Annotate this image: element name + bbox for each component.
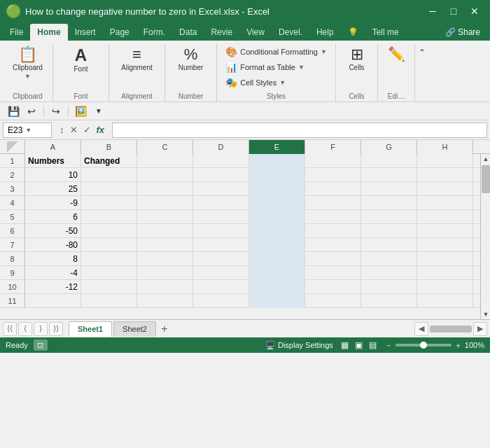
cell-h1[interactable] xyxy=(417,154,473,168)
cell-c1[interactable] xyxy=(137,154,193,168)
cell-e2[interactable] xyxy=(249,168,305,182)
redo-button[interactable]: ↪ xyxy=(48,104,64,119)
zoom-in-button[interactable]: ＋ xyxy=(454,340,462,351)
cell-d11[interactable] xyxy=(193,294,249,308)
cells-button[interactable]: ⊞ Cells xyxy=(343,45,371,74)
cell-h11[interactable] xyxy=(417,294,473,308)
cancel-icon[interactable]: ✕ xyxy=(68,124,80,136)
cell-h2[interactable] xyxy=(417,168,473,182)
conditional-formatting-button[interactable]: 🎨 Conditional Formatting ▼ xyxy=(223,45,330,59)
sheet-nav-prev[interactable]: ⟨ xyxy=(18,322,32,336)
cell-h3[interactable] xyxy=(417,182,473,196)
cell-d7[interactable] xyxy=(193,238,249,252)
cell-h8[interactable] xyxy=(417,252,473,266)
cell-e9[interactable] xyxy=(249,266,305,280)
cell-e6[interactable] xyxy=(249,224,305,238)
function-icon[interactable]: fx xyxy=(94,124,107,136)
cell-e8[interactable] xyxy=(249,252,305,266)
page-break-button[interactable]: ▤ xyxy=(367,339,379,351)
cell-h4[interactable] xyxy=(417,196,473,210)
cell-b6[interactable] xyxy=(81,224,137,238)
sheet-tab-sheet2[interactable]: Sheet2 xyxy=(113,321,156,337)
cell-c2[interactable] xyxy=(137,168,193,182)
cell-f4[interactable] xyxy=(305,196,361,210)
select-all-corner[interactable] xyxy=(7,141,18,153)
col-header-f[interactable]: F xyxy=(305,140,361,154)
tab-lightbulb[interactable]: 💡 xyxy=(341,24,365,41)
col-header-c[interactable]: C xyxy=(137,140,193,154)
cell-e7[interactable] xyxy=(249,238,305,252)
cell-h6[interactable] xyxy=(417,224,473,238)
cell-f3[interactable] xyxy=(305,182,361,196)
cell-c7[interactable] xyxy=(137,238,193,252)
cell-d2[interactable] xyxy=(193,168,249,182)
cell-d1[interactable] xyxy=(193,154,249,168)
sheet-nav-next[interactable]: ⟩ xyxy=(34,322,48,336)
col-header-e[interactable]: E xyxy=(249,140,305,154)
cell-f11[interactable] xyxy=(305,294,361,308)
cell-h9[interactable] xyxy=(417,266,473,280)
cell-f9[interactable] xyxy=(305,266,361,280)
cell-b11[interactable] xyxy=(81,294,137,308)
zoom-slider[interactable] xyxy=(396,344,451,346)
cell-a7[interactable]: -80 xyxy=(25,238,81,252)
cell-e11[interactable] xyxy=(249,294,305,308)
cell-g4[interactable] xyxy=(361,196,417,210)
cell-b2[interactable] xyxy=(81,168,137,182)
sheet-nav-first[interactable]: ⟨⟨ xyxy=(3,322,17,336)
cell-c11[interactable] xyxy=(137,294,193,308)
cell-b8[interactable] xyxy=(81,252,137,266)
cell-d8[interactable] xyxy=(193,252,249,266)
cell-f10[interactable] xyxy=(305,280,361,294)
scroll-up-button[interactable]: ▲ xyxy=(481,154,490,164)
cell-reference-box[interactable]: E23 ▼ xyxy=(3,122,52,138)
tab-insert[interactable]: Insert xyxy=(68,24,103,41)
col-header-d[interactable]: D xyxy=(193,140,249,154)
cell-d3[interactable] xyxy=(193,182,249,196)
cell-g5[interactable] xyxy=(361,210,417,224)
tab-help[interactable]: Help xyxy=(309,24,341,41)
sheet-nav-last[interactable]: ⟩⟩ xyxy=(49,322,63,336)
cell-e10[interactable] xyxy=(249,280,305,294)
cell-a9[interactable]: -4 xyxy=(25,266,81,280)
confirm-icon[interactable]: ✓ xyxy=(81,124,93,136)
cell-g11[interactable] xyxy=(361,294,417,308)
customize-button[interactable]: 🖼️ xyxy=(73,104,88,119)
minimize-button[interactable]: ─ xyxy=(423,1,442,21)
vertical-scrollbar[interactable]: ▲ ▼ xyxy=(480,154,490,319)
cell-b3[interactable] xyxy=(81,182,137,196)
cell-styles-dropdown-icon[interactable]: ▼ xyxy=(279,79,286,86)
cell-d6[interactable] xyxy=(193,224,249,238)
tab-developer[interactable]: Devel. xyxy=(272,24,309,41)
clipboard-dropdown-icon[interactable]: ▼ xyxy=(24,73,31,80)
format-as-table-button[interactable]: 📊 Format as Table ▼ xyxy=(223,60,307,74)
cell-a8[interactable]: 8 xyxy=(25,252,81,266)
scroll-left-button[interactable]: ◀ xyxy=(414,322,428,336)
cell-b4[interactable] xyxy=(81,196,137,210)
cell-d5[interactable] xyxy=(193,210,249,224)
cell-g2[interactable] xyxy=(361,168,417,182)
cell-d4[interactable] xyxy=(193,196,249,210)
cell-g10[interactable] xyxy=(361,280,417,294)
add-sheet-button[interactable]: + xyxy=(158,322,172,336)
cell-c5[interactable] xyxy=(137,210,193,224)
more-button[interactable]: ▼ xyxy=(91,104,106,119)
cell-f5[interactable] xyxy=(305,210,361,224)
cell-e1[interactable] xyxy=(249,154,305,168)
share-button[interactable]: 🔗 Share xyxy=(438,24,487,41)
cell-c3[interactable] xyxy=(137,182,193,196)
cell-f7[interactable] xyxy=(305,238,361,252)
cell-f2[interactable] xyxy=(305,168,361,182)
sheet-tab-sheet1[interactable]: Sheet1 xyxy=(69,321,112,337)
cell-b10[interactable] xyxy=(81,280,137,294)
cell-b5[interactable] xyxy=(81,210,137,224)
cell-e3[interactable] xyxy=(249,182,305,196)
cell-a11[interactable] xyxy=(25,294,81,308)
close-button[interactable]: ✕ xyxy=(465,1,484,21)
cell-ref-dropdown-icon[interactable]: ▼ xyxy=(25,127,31,134)
cell-g1[interactable] xyxy=(361,154,417,168)
cell-c9[interactable] xyxy=(137,266,193,280)
horizontal-scrollbar[interactable] xyxy=(430,324,472,334)
maximize-button[interactable]: □ xyxy=(444,1,463,21)
cell-f1[interactable] xyxy=(305,154,361,168)
